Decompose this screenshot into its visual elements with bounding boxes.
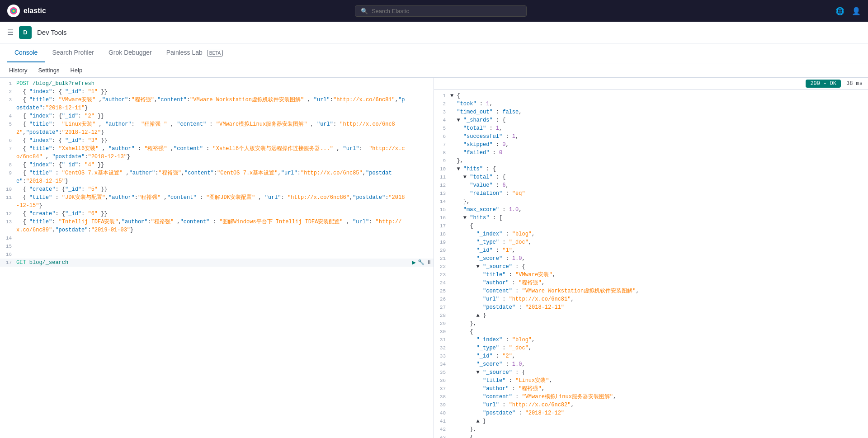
user-icon[interactable]: 👤 — [852, 7, 861, 15]
code-line-6: 6 { "index": { "_id": "3" }} — [0, 137, 434, 145]
resp-content-41: ▲ } — [450, 417, 868, 425]
status-badge: 200 - OK — [806, 80, 841, 88]
line-num-9: 9 — [0, 169, 16, 177]
line-content-17: GET blog/_search — [16, 259, 434, 267]
code-line-15: 15 — [0, 242, 434, 250]
resp-content-18: "_index" : "blog", — [450, 230, 868, 238]
resp-num-11: 11 — [434, 173, 450, 181]
resp-line-43: 43 { — [434, 433, 868, 438]
resp-line-13: 13 "relation" : "eq" — [434, 189, 868, 198]
line-content-8: { "index": {"_id": "4" }} — [16, 161, 434, 169]
resp-num-19: 19 — [434, 238, 450, 246]
tab-search-profiler[interactable]: Search Profiler — [45, 43, 101, 62]
elastic-logo-text: elastic — [24, 7, 46, 15]
resp-line-16: 16 ▼ "hits" : [ — [434, 214, 868, 222]
line-content-1: POST /blog/_bulk?refresh — [16, 80, 434, 88]
line-num-4: 4 — [0, 112, 16, 120]
resp-line-18: 18 "_index" : "blog", — [434, 230, 868, 238]
line-num-13: 13 — [0, 218, 16, 226]
resp-num-12: 12 — [434, 181, 450, 189]
editor-panel[interactable]: 1 POST /blog/_bulk?refresh 2 { "index": … — [0, 78, 434, 438]
settings-button[interactable]: Settings — [36, 66, 61, 75]
line-content-13: { "title": "Intellij IDEA安装","author":"程… — [16, 218, 434, 234]
resp-line-29: 29 }, — [434, 320, 868, 328]
resp-content-30: { — [450, 328, 868, 336]
resp-content-23: "title" : "VMware安装", — [450, 271, 868, 279]
resp-num-33: 33 — [434, 352, 450, 360]
line-num-5: 5 — [0, 120, 16, 128]
line-num-10: 10 — [0, 185, 16, 193]
code-line-2: 2 { "index": { "_id": "1" }} — [0, 88, 434, 96]
toolbar: History Settings Help — [0, 63, 868, 78]
hamburger-menu-icon[interactable]: ☰ — [7, 28, 14, 37]
code-line-11: 11 { "title" : "JDK安装与配置","author":"程裕强"… — [0, 193, 434, 210]
resp-line-40: 40 "postdate" : "2018-12-12" — [434, 409, 868, 417]
resp-content-40: "postdate" : "2018-12-12" — [450, 409, 868, 417]
line-num-17: 17 — [0, 259, 16, 267]
search-icon: 🔍 — [361, 8, 368, 14]
resp-line-37: 37 "author" : "程裕强", — [434, 385, 868, 393]
code-line-10: 10 { "create": {"_id": "5" }} — [0, 185, 434, 193]
resp-line-36: 36 "title" : "Linux安装", — [434, 377, 868, 385]
response-header: 200 - OK 38 ms — [434, 78, 868, 90]
tools-button[interactable]: 🔧 — [418, 259, 425, 267]
resp-num-13: 13 — [434, 189, 450, 198]
resp-content-9: }, — [450, 157, 868, 165]
resp-line-5: 5 "total" : 1, — [434, 124, 868, 132]
global-search-input[interactable] — [372, 8, 521, 14]
global-search-bar[interactable]: 🔍 — [355, 5, 527, 17]
resp-line-41: 41 ▲ } — [434, 417, 868, 425]
resp-line-7: 7 "skipped" : 0, — [434, 141, 868, 149]
execute-button[interactable]: ▶ — [412, 259, 416, 267]
resp-line-9: 9 }, — [434, 157, 868, 165]
beta-badge: BETA — [207, 50, 223, 57]
line-num-11: 11 — [0, 193, 16, 202]
resp-num-30: 30 — [434, 328, 450, 336]
pause-button[interactable]: ⏸ — [426, 259, 432, 267]
resp-num-6: 6 — [434, 132, 450, 141]
resp-num-8: 8 — [434, 149, 450, 157]
line-num-8: 8 — [0, 161, 16, 169]
resp-content-22: ▼ "_source" : { — [450, 263, 868, 271]
tab-grok-debugger[interactable]: Grok Debugger — [101, 43, 159, 62]
resp-line-30: 30 { — [434, 328, 868, 336]
resp-content-4: ▼ "_shards" : { — [450, 116, 868, 124]
history-button[interactable]: History — [7, 66, 29, 75]
line-content-7: { "title": "Xshell6安装" , "author" : "程裕强… — [16, 145, 434, 161]
resp-content-29: }, — [450, 320, 868, 328]
resp-line-21: 21 "_score" : 1.0, — [434, 254, 868, 263]
tab-console[interactable]: Console — [7, 43, 45, 62]
resp-num-39: 39 — [434, 401, 450, 409]
resp-content-34: "_score" : 1.0, — [450, 360, 868, 368]
svg-point-2 — [13, 10, 15, 12]
elastic-logo[interactable]: elastic — [7, 5, 46, 17]
resp-line-39: 39 "url" : "http://x.co/6nc82", — [434, 401, 868, 409]
resp-num-24: 24 — [434, 279, 450, 287]
help-button[interactable]: Help — [68, 66, 84, 75]
tab-painless-lab[interactable]: Painless Lab BETA — [159, 43, 230, 63]
resp-num-2: 2 — [434, 100, 450, 108]
resp-content-16: ▼ "hits" : [ — [450, 214, 868, 222]
resp-line-34: 34 "_score" : 1.0, — [434, 360, 868, 368]
line-num-12: 12 — [0, 210, 16, 218]
code-line-3: 3 { "title": "VMware安装" ,"author":"程裕强",… — [0, 96, 434, 112]
resp-num-20: 20 — [434, 246, 450, 254]
resp-content-35: ▼ "_source" : { — [450, 368, 868, 377]
resp-num-36: 36 — [434, 377, 450, 385]
response-content[interactable]: 1 ▼ { 2 "took" : 1, 3 "timed_out" : fals… — [434, 90, 868, 438]
resp-line-3: 3 "timed_out" : false, — [434, 108, 868, 116]
globe-icon[interactable]: 🌐 — [835, 7, 844, 15]
resp-line-27: 27 "postdate" : "2018-12-11" — [434, 303, 868, 311]
resp-content-19: "_type" : "_doc", — [450, 238, 868, 246]
resp-num-1: 1 — [434, 92, 450, 100]
resp-content-43: { — [450, 433, 868, 438]
line-content-5: { "title": "Linux安装" , "author": "程裕强 " … — [16, 120, 434, 137]
resp-content-2: "took" : 1, — [450, 100, 868, 108]
resp-line-10: 10 ▼ "hits" : { — [434, 165, 868, 173]
resp-num-35: 35 — [434, 368, 450, 377]
resp-line-22: 22 ▼ "_source" : { — [434, 263, 868, 271]
line-num-7: 7 — [0, 145, 16, 153]
editor-content[interactable]: 1 POST /blog/_bulk?refresh 2 { "index": … — [0, 78, 434, 438]
resp-content-26: "url" : "http://x.co/6nc81", — [450, 295, 868, 303]
line-num-3: 3 — [0, 96, 16, 104]
